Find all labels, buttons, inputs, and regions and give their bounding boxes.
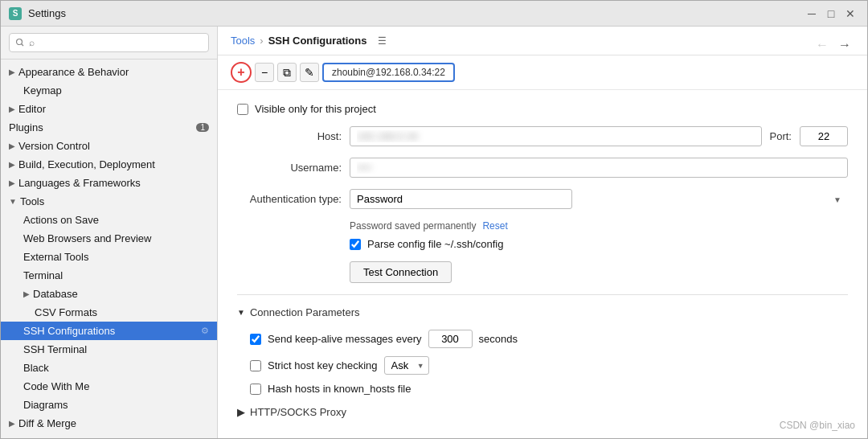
sidebar-item-csv-formats[interactable]: CSV Formats bbox=[1, 303, 217, 322]
expand-arrow: ▶ bbox=[23, 289, 30, 298]
sidebar-item-label: Diff & Merge bbox=[18, 417, 76, 429]
auth-type-label: Authentication type: bbox=[237, 193, 342, 205]
strict-host-row: Strict host key checking Ask Yes No bbox=[250, 356, 848, 375]
sidebar-item-label: Tools bbox=[20, 195, 44, 207]
port-label: Port: bbox=[770, 130, 792, 142]
expand-arrow: ▶ bbox=[9, 160, 15, 169]
search-box bbox=[1, 27, 217, 59]
nav-tree: ▶ Appearance & Behavior Keymap ▶ Editor … bbox=[1, 59, 217, 438]
sidebar-item-label: Appearance & Behavior bbox=[18, 66, 129, 78]
host-input[interactable] bbox=[350, 126, 762, 146]
sidebar-item-build[interactable]: ▶ Build, Execution, Deployment bbox=[1, 155, 217, 174]
sidebar-item-label: Plugins bbox=[9, 121, 43, 133]
sidebar-item-diff-merge[interactable]: ▶ Diff & Merge bbox=[1, 414, 217, 433]
http-proxy-label: HTTP/SOCKS Proxy bbox=[250, 406, 346, 418]
forward-button[interactable]: → bbox=[835, 36, 854, 54]
strict-host-checkbox[interactable] bbox=[250, 360, 261, 371]
auth-type-select[interactable]: Password Key pair OpenSSH config and aut… bbox=[350, 189, 572, 209]
sidebar-item-keymap[interactable]: Keymap bbox=[1, 81, 217, 100]
sidebar-item-languages[interactable]: ▶ Languages & Frameworks bbox=[1, 174, 217, 192]
sidebar-item-label: Languages & Frameworks bbox=[18, 177, 141, 189]
connection-params-label: Connection Parameters bbox=[250, 306, 360, 318]
settings-icon: ⚙ bbox=[201, 326, 209, 336]
section-divider bbox=[237, 294, 848, 295]
test-connection-section: Test Connection bbox=[237, 261, 848, 283]
add-ssh-button[interactable]: + bbox=[231, 62, 252, 83]
strict-host-select[interactable]: Ask Yes No bbox=[384, 356, 429, 375]
plugins-badge: 1 bbox=[196, 123, 209, 132]
username-row: Username: bbox=[237, 158, 848, 178]
parse-config-label: Parse config file ~/.ssh/config bbox=[367, 238, 503, 250]
parse-config-row: Parse config file ~/.ssh/config bbox=[350, 238, 848, 250]
strict-host-select-wrap: Ask Yes No bbox=[384, 356, 429, 375]
breadcrumb-menu-icon[interactable]: ☰ bbox=[378, 35, 387, 47]
title-bar: S Settings ─ □ ✕ bbox=[1, 1, 867, 27]
minimize-button[interactable]: ─ bbox=[803, 5, 821, 23]
http-proxy-chevron: ▶ bbox=[237, 406, 245, 418]
sidebar-item-label: Database bbox=[33, 288, 78, 300]
sidebar-item-label: Build, Execution, Deployment bbox=[18, 158, 155, 170]
sidebar-item-code-with-me[interactable]: Code With Me bbox=[1, 377, 217, 396]
sidebar-item-diagrams[interactable]: Diagrams bbox=[1, 396, 217, 414]
ssh-toolbar: + − ⧉ ✎ zhoubin@192.168.0.34:22 bbox=[218, 55, 867, 90]
close-button[interactable]: ✕ bbox=[841, 5, 859, 23]
title-bar-left: S Settings bbox=[9, 7, 66, 20]
sidebar-item-ssh-terminal[interactable]: SSH Terminal bbox=[1, 340, 217, 359]
expand-arrow: ▶ bbox=[9, 178, 15, 187]
auth-type-row: Authentication type: Password Key pair O… bbox=[237, 189, 848, 209]
hash-hosts-checkbox[interactable] bbox=[250, 384, 261, 395]
sidebar-item-database[interactable]: ▶ Database bbox=[1, 285, 217, 303]
sidebar-item-label: Code With Me bbox=[23, 380, 89, 392]
expand-arrow: ▼ bbox=[9, 197, 17, 206]
port-input[interactable] bbox=[800, 126, 848, 146]
breadcrumb-separator: › bbox=[260, 35, 263, 47]
sidebar-item-actions-on-save[interactable]: Actions on Save bbox=[1, 211, 217, 229]
sidebar-item-label: Keymap bbox=[23, 84, 62, 96]
sidebar-item-label: External Tools bbox=[23, 251, 88, 263]
connection-params-header[interactable]: ▼ Connection Parameters bbox=[237, 306, 848, 318]
sidebar-item-label: Version Control bbox=[18, 140, 90, 152]
sidebar-item-plugins[interactable]: Plugins 1 bbox=[1, 118, 217, 137]
back-button[interactable]: ← bbox=[813, 36, 832, 54]
form-area: Visible only for this project Host: Port… bbox=[218, 90, 867, 438]
sidebar-item-terminal[interactable]: Terminal bbox=[1, 266, 217, 285]
sidebar-item-label: Editor bbox=[18, 103, 46, 115]
sidebar-item-web-browsers[interactable]: Web Browsers and Preview bbox=[1, 229, 217, 248]
edit-ssh-button[interactable]: ✎ bbox=[300, 63, 319, 82]
sidebar-item-label: Web Browsers and Preview bbox=[23, 232, 151, 244]
sidebar-item-label: SSH Configurations bbox=[23, 325, 115, 337]
username-input[interactable] bbox=[350, 158, 848, 178]
sidebar-item-version-control[interactable]: ▶ Version Control bbox=[1, 137, 217, 155]
sidebar-item-external-tools[interactable]: External Tools bbox=[1, 248, 217, 266]
keep-alive-checkbox[interactable] bbox=[250, 334, 261, 345]
http-proxy-header[interactable]: ▶ HTTP/SOCKS Proxy bbox=[237, 403, 848, 421]
breadcrumb-parent[interactable]: Tools bbox=[231, 35, 255, 47]
sidebar-item-appearance[interactable]: ▶ Appearance & Behavior bbox=[1, 63, 217, 81]
test-connection-button[interactable]: Test Connection bbox=[350, 261, 452, 283]
sidebar-item-tools[interactable]: ▼ Tools bbox=[1, 192, 217, 211]
maximize-button[interactable]: □ bbox=[822, 5, 840, 23]
search-input[interactable] bbox=[9, 33, 209, 52]
keep-alive-unit: seconds bbox=[479, 333, 518, 345]
nav-arrows: ← → bbox=[813, 36, 854, 54]
visible-only-checkbox[interactable] bbox=[237, 104, 248, 115]
expand-arrow: ▶ bbox=[9, 142, 15, 150]
keep-alive-row: Send keep-alive messages every seconds bbox=[250, 330, 848, 348]
keep-alive-input[interactable] bbox=[428, 330, 473, 348]
reset-link[interactable]: Reset bbox=[482, 220, 507, 232]
window-title: Settings bbox=[28, 7, 66, 19]
sidebar-item-black[interactable]: Black bbox=[1, 359, 217, 377]
copy-ssh-button[interactable]: ⧉ bbox=[277, 63, 297, 82]
title-controls: ─ □ ✕ bbox=[803, 5, 859, 23]
breadcrumb: Tools › SSH Configurations ☰ bbox=[231, 35, 387, 47]
visible-only-label: Visible only for this project bbox=[255, 103, 376, 115]
parse-config-checkbox[interactable] bbox=[350, 239, 361, 250]
remove-ssh-button[interactable]: − bbox=[255, 63, 274, 82]
keep-alive-label: Send keep-alive messages every bbox=[268, 333, 422, 345]
app-icon: S bbox=[9, 7, 22, 20]
breadcrumb-current: SSH Configurations bbox=[268, 35, 367, 47]
ssh-entry[interactable]: zhoubin@192.168.0.34:22 bbox=[322, 63, 455, 82]
password-saved-text: Password saved permanently bbox=[350, 220, 476, 232]
sidebar-item-ssh-configurations[interactable]: SSH Configurations ⚙ bbox=[1, 322, 217, 340]
sidebar-item-editor[interactable]: ▶ Editor bbox=[1, 100, 217, 118]
